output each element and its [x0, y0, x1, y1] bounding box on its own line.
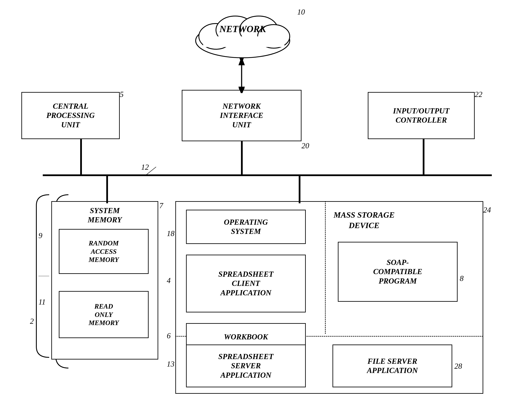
bus-to-memory-line — [106, 176, 108, 203]
ref-12: 12 — [141, 163, 149, 172]
niu-box: NETWORKINTERFACEUNIT — [182, 90, 302, 141]
spreadsheet-client-label: SPREADSHEETCLIENTAPPLICATION — [218, 270, 274, 297]
ref-22: 22 — [475, 90, 482, 99]
file-server-label: FILE SERVERAPPLICATION — [367, 357, 418, 375]
system-bus — [43, 174, 492, 176]
rom-label: READONLYMEMORY — [88, 302, 119, 327]
spreadsheet-client-box: SPREADSHEETCLIENTAPPLICATION — [186, 255, 306, 312]
ref-20: 20 — [302, 141, 309, 150]
io-bus-line — [423, 139, 424, 176]
ram-label: RANDOMACCESSMEMORY — [88, 239, 119, 264]
ref-7: 7 — [159, 201, 163, 210]
cpu-box: CENTRALPROCESSINGUNIT — [21, 92, 120, 139]
niu-label: NETWORKINTERFACEUNIT — [220, 102, 263, 129]
workbook-label: WORKBOOK — [224, 332, 268, 342]
io-label: INPUT/OUTPUTCONTROLLER — [393, 106, 449, 125]
ref-6: 6 — [167, 331, 171, 340]
soap-label: SOAP-COMPATIBLEPROGRAM — [373, 258, 422, 286]
ref-13: 13 — [167, 360, 174, 368]
rom-box: READONLYMEMORY — [59, 291, 149, 338]
cpu-bus-line — [80, 139, 82, 176]
network-label: NETWORK — [186, 24, 299, 34]
ref-4: 4 — [167, 276, 171, 285]
ref-8: 8 — [460, 274, 464, 283]
ref-5: 5 — [120, 90, 124, 99]
io-controller-box: INPUT/OUTPUTCONTROLLER — [368, 92, 475, 139]
bus-to-main-line — [299, 176, 300, 203]
system-memory-label: SYSTEMMEMORY — [52, 206, 158, 225]
ref-18: 18 — [167, 229, 174, 238]
ram-box: RANDOMACCESSMEMORY — [59, 229, 149, 274]
spreadsheet-server-box: SPREADSHEETSERVERAPPLICATION — [186, 344, 306, 387]
network-cloud: NETWORK — [186, 6, 299, 62]
ref-28: 28 — [454, 362, 462, 371]
divider-line — [325, 201, 326, 334]
operating-system-box: OPERATINGSYSTEM — [186, 210, 306, 244]
niu-bus-line — [241, 141, 243, 176]
svg-rect-16 — [203, 36, 284, 47]
soap-box: SOAP-COMPATIBLEPROGRAM — [338, 242, 458, 302]
spreadsheet-server-label: SPREADSHEETSERVERAPPLICATION — [218, 352, 274, 380]
operating-system-label: OPERATINGSYSTEM — [224, 218, 268, 236]
mass-storage-label: MASS STORAGEDEVICE — [333, 210, 395, 231]
ref-10: 10 — [297, 8, 305, 17]
file-server-box: FILE SERVERAPPLICATION — [332, 344, 452, 387]
ref-24: 24 — [483, 206, 491, 214]
cpu-label: CENTRALPROCESSINGUNIT — [46, 102, 95, 129]
